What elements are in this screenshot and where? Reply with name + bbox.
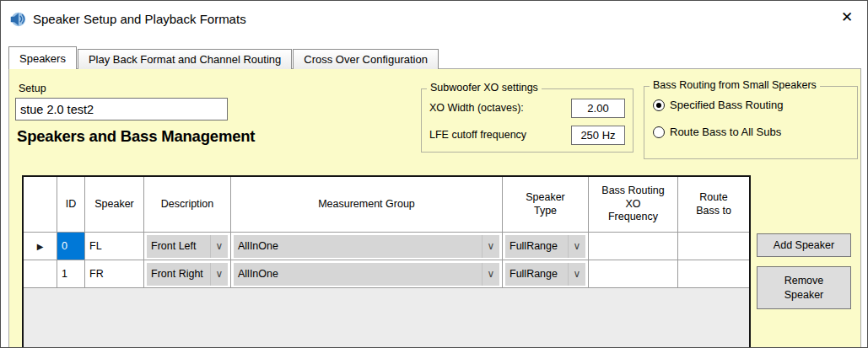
row-selector-header[interactable]: [24, 177, 57, 232]
cell-measurement-group: AllInOne ∨: [231, 260, 503, 287]
cell-description: Front Left ∨: [144, 233, 231, 260]
tab-speakers[interactable]: Speakers: [8, 46, 77, 69]
cell-measurement-group: AllInOne ∨: [231, 233, 503, 260]
speaker-logo-icon: [8, 9, 27, 28]
radio-button-icon: [653, 126, 665, 138]
radio-route-bass-all-subs[interactable]: Route Bass to All Subs: [653, 126, 781, 138]
cell-bass-routing-xo[interactable]: [589, 233, 678, 260]
chevron-down-icon: ∨: [568, 235, 585, 258]
speaker-setup-window: { "window": { "title": "Speaker Setup an…: [0, 0, 868, 348]
lfe-cutoff-input[interactable]: [571, 126, 625, 145]
speaker-type-dropdown[interactable]: FullRange ∨: [505, 263, 585, 286]
radio-specified-bass-routing[interactable]: Specified Bass Routing: [653, 99, 783, 111]
description-dropdown[interactable]: Front Left ∨: [147, 235, 228, 258]
table-row: ▶ 0 FL Front Left ∨ AllInOne ∨: [24, 233, 749, 260]
cell-speaker-type: FullRange ∨: [503, 233, 589, 260]
chevron-down-icon: ∨: [482, 235, 499, 258]
title-bar: Speaker Setup and Playback Formats ✕: [1, 1, 867, 36]
chevron-down-icon: ∨: [210, 263, 228, 286]
col-header-bass-routing-xo[interactable]: Bass Routing XO Frequency: [589, 177, 678, 232]
cell-speaker[interactable]: FL: [85, 233, 144, 260]
bass-routing-group-title: Bass Routing from Small Speakers: [650, 79, 820, 91]
subwoofer-xo-group-title: Subwoofer XO settings: [427, 82, 542, 94]
chevron-down-icon: ∨: [568, 263, 585, 286]
cell-speaker[interactable]: FR: [85, 260, 144, 287]
col-header-measurement-group[interactable]: Measurement Group: [231, 177, 503, 232]
speaker-type-dropdown[interactable]: FullRange ∨: [505, 235, 585, 258]
chevron-down-icon: ∨: [210, 235, 228, 258]
add-speaker-button[interactable]: Add Speaker: [757, 233, 851, 257]
row-selector-cell[interactable]: ▶: [24, 233, 57, 260]
cell-description: Front Right ∨: [144, 260, 231, 287]
setup-input[interactable]: [15, 98, 228, 120]
cell-id[interactable]: 1: [57, 260, 85, 287]
col-header-description[interactable]: Description: [144, 177, 231, 232]
measurement-group-dropdown[interactable]: AllInOne ∨: [234, 263, 499, 286]
cell-id[interactable]: 0: [57, 233, 85, 260]
setup-label: Setup: [19, 83, 46, 94]
bass-routing-groupbox: Bass Routing from Small Speakers Specifi…: [644, 86, 858, 159]
tab-strip: Speakers Play Back Format and Channel Ro…: [8, 46, 439, 69]
col-header-route-bass-to[interactable]: Route Bass to: [678, 177, 749, 232]
cell-route-bass-to[interactable]: [678, 233, 749, 260]
remove-speaker-button[interactable]: Remove Speaker: [757, 266, 851, 309]
col-header-id[interactable]: ID: [57, 177, 85, 232]
page-title: Speakers and Bass Management: [17, 127, 255, 146]
col-header-speaker[interactable]: Speaker: [85, 177, 144, 232]
xo-width-input[interactable]: [571, 99, 625, 118]
subwoofer-xo-groupbox: Subwoofer XO settings XO Width (octaves)…: [421, 88, 633, 153]
lfe-cutoff-label: LFE cutoff frequency: [429, 129, 571, 141]
measurement-group-dropdown[interactable]: AllInOne ∨: [234, 235, 499, 258]
current-row-marker-icon: ▶: [37, 242, 44, 251]
cell-speaker-type: FullRange ∨: [503, 260, 589, 287]
tab-playback-format[interactable]: Play Back Format and Channel Routing: [78, 49, 292, 69]
window-title: Speaker Setup and Playback Formats: [33, 12, 246, 26]
cell-bass-routing-xo[interactable]: [589, 260, 678, 287]
speakers-grid: ID Speaker Description Measurement Group…: [22, 175, 751, 348]
table-row: 1 FR Front Right ∨ AllInOne ∨ Fu: [24, 260, 749, 288]
xo-width-label: XO Width (octaves):: [429, 102, 571, 114]
close-button[interactable]: ✕: [827, 1, 867, 33]
tab-page-speakers: Setup Speakers and Bass Management Subwo…: [8, 68, 861, 348]
tab-crossover-config[interactable]: Cross Over Configuration: [293, 49, 439, 69]
grid-header-row: ID Speaker Description Measurement Group…: [24, 177, 749, 233]
chevron-down-icon: ∨: [482, 263, 499, 286]
radio-button-icon: [653, 99, 665, 111]
row-selector-cell[interactable]: [24, 260, 57, 287]
description-dropdown[interactable]: Front Right ∨: [147, 263, 228, 286]
cell-route-bass-to[interactable]: [678, 260, 749, 287]
col-header-speaker-type[interactable]: Speaker Type: [503, 177, 589, 232]
